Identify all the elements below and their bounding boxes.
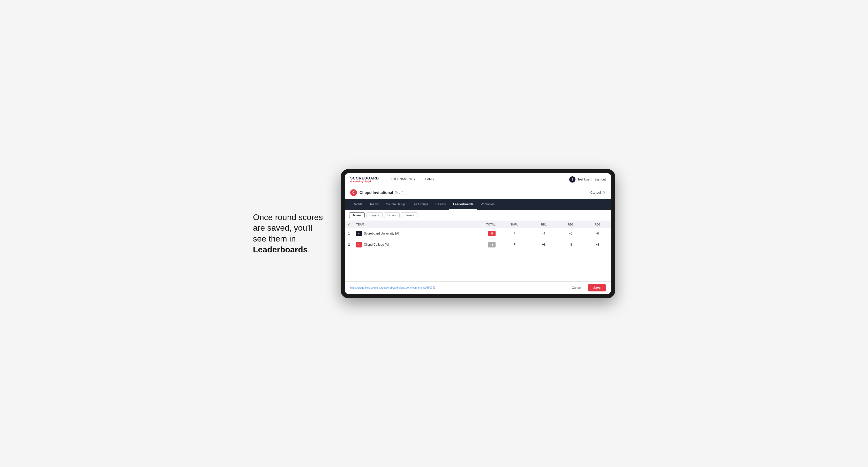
tournament-title: Clippd Invitational [360,190,393,195]
row1-team: SU Scoreboard University [A] [353,228,464,239]
row1-total: -5 [464,228,499,239]
col-team: TEAM [353,221,464,228]
row1-team-logo: SU [356,231,362,236]
tournament-header: C Clippd Invitational (Men) Cancel ✕ [345,186,611,199]
table-body: 1 SU Scoreboard University [A] -5 F [345,228,611,250]
tournament-subtitle: (Men) [395,191,403,194]
table-row: 2 C Clippd College [A] +3 F +8 [345,239,611,250]
tournament-cancel[interactable]: Cancel ✕ [590,190,606,195]
filter-scores[interactable]: Scores [384,212,400,218]
tab-tee-groups[interactable]: Tee Groups [408,199,432,210]
nav-right: S Test User | Sign out [569,176,606,183]
tab-printables[interactable]: Printables [477,199,498,210]
sidebar-text-bold: Leaderboards [253,245,308,254]
cancel-x-icon: ✕ [602,190,606,195]
page-container: Once round scores are saved, you'll see … [253,169,615,298]
col-rd3: RD3 [584,221,611,228]
tab-course-setup[interactable]: Course Setup [382,199,408,210]
cancel-label: Cancel [590,191,601,194]
user-name: Test User | [578,178,592,181]
row2-rd1: +8 [530,239,557,250]
col-rd1: RD1 [530,221,557,228]
filter-strokes[interactable]: Strokes [401,212,417,218]
leaderboard-table: # TEAM TOTAL THRU RD1 [345,221,611,250]
filter-players[interactable]: Players [366,212,382,218]
col-rd2: RD2 [557,221,584,228]
logo-sub: Powered by clippd [350,180,379,183]
footer: https://stage-blue-coach.stagescoreboard… [345,281,611,294]
tab-leaderboards[interactable]: Leaderboards [449,199,477,210]
row1-team-name: Scoreboard University [A] [364,232,399,235]
tab-results[interactable]: Results [432,199,449,210]
row2-team-logo: C [356,242,362,247]
table-row: 1 SU Scoreboard University [A] -5 F [345,228,611,239]
row2-rd3: +3 [584,239,611,250]
row1-thru: F [499,228,530,239]
row1-total-badge: -5 [488,231,496,236]
nav-links: TOURNAMENTS TEAMS [387,173,569,186]
sidebar-text: Once round scores are saved, you'll see … [253,212,326,255]
top-nav: SCOREBOARD Powered by clippd TOURNAMENTS… [345,173,611,186]
cancel-button[interactable]: Cancel [568,284,586,291]
footer-url: https://stage-blue-coach.stagescoreboard… [350,286,435,289]
tablet: SCOREBOARD Powered by clippd TOURNAMENTS… [341,169,615,298]
filter-teams[interactable]: Teams [349,212,365,218]
user-avatar: S [569,176,576,183]
row1-rd2: +5 [557,228,584,239]
tablet-screen: SCOREBOARD Powered by clippd TOURNAMENTS… [345,173,611,294]
tournament-icon: C [350,189,357,196]
row1-team-cell: SU Scoreboard University [A] [356,231,461,236]
row2-rd2: -8 [557,239,584,250]
row1-rank: 1 [345,228,353,239]
logo-brand: clippd [364,180,371,183]
tab-teams[interactable]: Teams [366,199,382,210]
logo-sub-prefix: Powered by [350,180,364,183]
sign-out-link[interactable]: Sign out [594,178,606,181]
row1-rd3: -6 [584,228,611,239]
tab-details[interactable]: Details [349,199,366,210]
logo-scoreboard: SCOREBOARD [350,176,379,180]
col-thru: THRU [499,221,530,228]
row1-rd1: -4 [530,228,557,239]
col-total: TOTAL [464,221,499,228]
table-header: # TEAM TOTAL THRU RD1 [345,221,611,228]
row2-team: C Clippd College [A] [353,239,464,250]
row2-team-cell: C Clippd College [A] [356,242,461,247]
row2-rank: 2 [345,239,353,250]
empty-space [345,250,611,281]
col-rank: # [345,221,353,228]
nav-teams[interactable]: TEAMS [419,173,438,186]
row2-total: +3 [464,239,499,250]
row2-total-badge: +3 [488,242,496,247]
sidebar-text-after: . [308,245,310,254]
row2-thru: F [499,239,530,250]
nav-tournaments[interactable]: TOURNAMENTS [387,173,419,186]
sidebar-text-before: Once round scores are saved, you'll see … [253,213,323,243]
logo-area: SCOREBOARD Powered by clippd [350,176,379,183]
row2-team-name: Clippd College [A] [364,243,389,246]
sub-nav: Details Teams Course Setup Tee Groups Re… [345,199,611,210]
save-button[interactable]: Save [588,284,606,291]
filter-bar: Teams Players Scores Strokes [345,210,611,221]
